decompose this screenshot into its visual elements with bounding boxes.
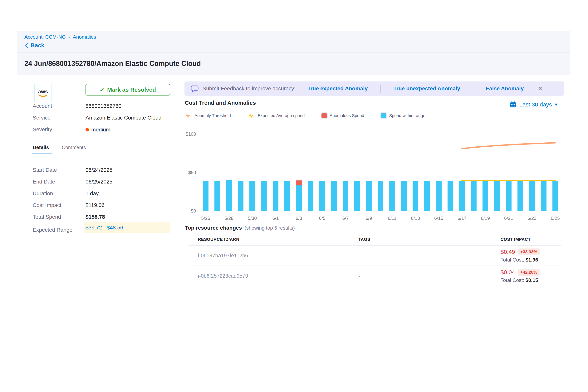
service-value: Amazon Elastic Compute Cloud — [86, 115, 162, 121]
resource-id-link[interactable]: i-0b6f257223cad9579 — [189, 273, 358, 279]
x-tick: 5/28 — [224, 216, 234, 221]
detail-tabs: Details Comments — [33, 144, 86, 150]
cost-impact-cell: $0.49 +33.33% Total Cost: $1.96 — [500, 248, 561, 263]
feedback-true-unexpected[interactable]: True unexpected Anomaly — [393, 86, 460, 92]
severity-dot-icon — [86, 128, 89, 132]
account-row: Account 868001352780 — [33, 103, 170, 110]
chart-title: Cost Trend and Anomalies — [185, 100, 256, 106]
bar-6/5[interactable] — [319, 181, 325, 211]
chevron-left-icon — [24, 42, 29, 48]
x-tick: 6/1 — [272, 216, 279, 221]
bar-6/23[interactable] — [529, 181, 535, 211]
breadcrumb-anomalies-link[interactable]: Anomalies — [73, 34, 96, 40]
line-anomaly-threshold — [462, 143, 555, 149]
bar-6/3[interactable] — [296, 180, 302, 211]
bar-6/18[interactable] — [471, 181, 476, 211]
severity-value: medium — [91, 127, 110, 133]
feedback-true-expected[interactable]: True expected Anomaly — [308, 86, 368, 92]
breadcrumb-account-link[interactable]: Account: CCM-NG — [24, 34, 66, 40]
cost-impact-cell: $0.04 +42.26% Total Cost: $0.15 — [500, 269, 561, 283]
x-tick: 6/25 — [551, 216, 560, 221]
resource-id-link[interactable]: i-06597ba197fe112b6 — [189, 253, 358, 259]
total-spend-row: Total Spend $158.78 — [33, 214, 170, 220]
bar-5/31[interactable] — [261, 181, 267, 211]
bar-6/7[interactable] — [342, 181, 348, 211]
cost-delta-badge: +33.33% — [518, 248, 540, 256]
bar-6/21[interactable] — [506, 181, 512, 211]
table-row[interactable]: i-06597ba197fe112b6 - $0.49 +33.33% Tota… — [189, 246, 561, 266]
bar-5/30[interactable] — [250, 181, 255, 211]
page-title: 24 Jun/868001352780/Amazon Elastic Compu… — [17, 60, 201, 68]
bar-6/19[interactable] — [482, 181, 488, 211]
feedback-false-anomaly[interactable]: False Anomaly — [486, 86, 524, 92]
calendar-icon — [510, 101, 516, 108]
x-tick: 6/7 — [342, 216, 348, 221]
check-icon: ✓ — [100, 86, 104, 93]
bar-6/25[interactable] — [552, 181, 558, 211]
svg-text:aws: aws — [38, 89, 48, 94]
bar-6/20[interactable] — [494, 181, 500, 211]
duration-label: Duration — [33, 190, 86, 196]
total-cost-label: Total Cost: — [500, 257, 524, 263]
bar-6/10[interactable] — [378, 181, 383, 211]
legend-anomalous-spend: Anomalous Spend — [322, 113, 364, 118]
total-spend-value: $158.78 — [86, 214, 105, 220]
bar-6/12[interactable] — [401, 181, 406, 211]
anomaly-detail-page: Account: CCM-NG › Anomalies Back 24 Jun/… — [0, 0, 588, 392]
legend-label: Anomalous Spend — [330, 113, 364, 118]
column-tags: TAGS — [358, 237, 500, 242]
date-range-label: Last 30 days — [519, 101, 552, 108]
bar-5/29[interactable] — [238, 181, 244, 211]
legend-label: Anomaly Threshold — [194, 113, 231, 118]
legend-expected-average: Expected Average spend — [248, 113, 304, 118]
bar-6/14[interactable] — [424, 181, 430, 211]
tab-comments[interactable]: Comments — [62, 144, 86, 150]
bar-6/2[interactable] — [284, 181, 290, 211]
x-tick: 6/3 — [296, 216, 302, 221]
bar-6/24[interactable] — [541, 181, 546, 211]
title-band: 24 Jun/868001352780/Amazon Elastic Compu… — [17, 52, 570, 75]
bar-6/4[interactable] — [308, 181, 314, 211]
bar-5/26[interactable] — [203, 181, 208, 211]
severity-row: Severity medium — [33, 126, 170, 133]
column-cost-impact: COST IMPACT — [500, 237, 561, 242]
y-tick: $100 — [175, 132, 196, 137]
caret-down-icon — [554, 104, 558, 106]
bar-5/27[interactable] — [214, 181, 220, 211]
bar-6/17[interactable] — [459, 181, 465, 211]
bar-6/6[interactable] — [331, 181, 337, 211]
tab-details[interactable]: Details — [33, 144, 49, 150]
bar-6/1[interactable] — [273, 181, 278, 211]
resource-tags: - — [358, 253, 500, 259]
resources-title: Top resource changes (showing top 5 resu… — [185, 225, 295, 231]
back-label: Back — [30, 42, 44, 48]
back-button[interactable]: Back — [24, 42, 44, 48]
severity-badge: medium — [86, 126, 110, 133]
bar-5/28[interactable] — [226, 180, 232, 211]
table-row[interactable]: i-0b6f257223cad9579 - $0.04 +42.26% Tota… — [189, 266, 561, 286]
bar-6/8[interactable] — [354, 181, 360, 211]
service-row: Service Amazon Elastic Compute Cloud — [33, 115, 170, 121]
severity-label: Severity — [33, 126, 86, 133]
mark-as-resolved-button[interactable]: ✓ Mark as Resolved — [86, 84, 170, 96]
x-tick: 5/26 — [201, 216, 210, 221]
bar-6/15[interactable] — [436, 181, 442, 211]
bar-6/16[interactable] — [448, 181, 453, 211]
feedback-divider — [473, 84, 473, 92]
cost-impact-value: $119.06 — [86, 202, 104, 208]
bar-6/22[interactable] — [518, 181, 523, 211]
duration-row: Duration 1 day — [33, 190, 170, 197]
date-range-picker[interactable]: Last 30 days — [510, 101, 558, 108]
close-icon[interactable]: ✕ — [538, 86, 543, 92]
bar-6/9[interactable] — [366, 181, 372, 211]
breadcrumb: Account: CCM-NG › Anomalies — [24, 34, 96, 40]
resources-subtitle: (showing top 5 results) — [244, 225, 295, 231]
bar-6/13[interactable] — [412, 181, 418, 211]
service-label: Service — [33, 115, 86, 121]
y-tick: $0 — [175, 208, 196, 214]
cost-impact-label: Cost Impact — [33, 202, 86, 208]
aws-logo-icon: aws — [37, 88, 49, 99]
y-tick: $50 — [175, 170, 196, 175]
bar-6/11[interactable] — [389, 181, 395, 211]
total-cost-value: $0.15 — [526, 277, 538, 283]
